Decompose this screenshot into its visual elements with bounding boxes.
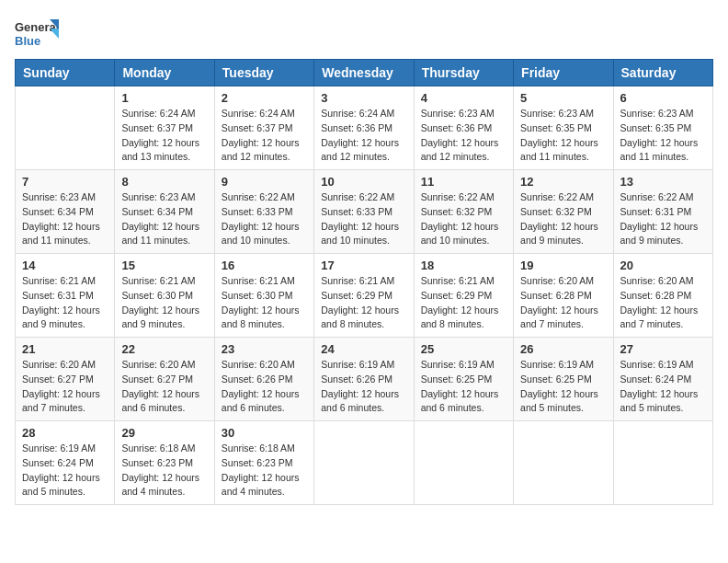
- calendar-week-3: 14Sunrise: 6:21 AM Sunset: 6:31 PM Dayli…: [16, 254, 713, 338]
- day-number: 20: [620, 259, 706, 272]
- day-info: Sunrise: 6:21 AM Sunset: 6:30 PM Dayligh…: [222, 274, 307, 332]
- calendar-week-2: 7Sunrise: 6:23 AM Sunset: 6:34 PM Daylig…: [16, 170, 713, 254]
- header-friday: Friday: [514, 60, 613, 86]
- day-info: Sunrise: 6:20 AM Sunset: 6:27 PM Dayligh…: [121, 358, 207, 416]
- calendar-cell: 15Sunrise: 6:21 AM Sunset: 6:30 PM Dayli…: [115, 254, 214, 338]
- header-sunday: Sunday: [16, 60, 115, 86]
- day-info: Sunrise: 6:19 AM Sunset: 6:25 PM Dayligh…: [520, 358, 606, 416]
- day-number: 14: [22, 259, 108, 272]
- day-number: 24: [321, 342, 406, 356]
- day-number: 18: [421, 259, 506, 272]
- day-info: Sunrise: 6:23 AM Sunset: 6:35 PM Dayligh…: [520, 107, 606, 165]
- day-number: 1: [121, 91, 207, 105]
- day-number: 30: [222, 426, 307, 440]
- calendar-cell: [314, 421, 414, 505]
- day-number: 17: [321, 259, 406, 272]
- calendar-cell: 3Sunrise: 6:24 AM Sunset: 6:36 PM Daylig…: [314, 86, 414, 170]
- day-number: 28: [22, 426, 108, 440]
- header-tuesday: Tuesday: [214, 60, 313, 86]
- day-number: 21: [22, 342, 108, 356]
- svg-text:Blue: Blue: [15, 34, 40, 48]
- day-info: Sunrise: 6:23 AM Sunset: 6:36 PM Dayligh…: [421, 107, 506, 165]
- calendar-cell: 19Sunrise: 6:20 AM Sunset: 6:28 PM Dayli…: [514, 254, 613, 338]
- day-info: Sunrise: 6:22 AM Sunset: 6:32 PM Dayligh…: [421, 190, 506, 248]
- calendar-table: SundayMondayTuesdayWednesdayThursdayFrid…: [15, 59, 713, 505]
- day-info: Sunrise: 6:20 AM Sunset: 6:28 PM Dayligh…: [520, 274, 606, 332]
- calendar-week-5: 28Sunrise: 6:19 AM Sunset: 6:24 PM Dayli…: [16, 421, 713, 505]
- calendar-cell: 5Sunrise: 6:23 AM Sunset: 6:35 PM Daylig…: [514, 86, 613, 170]
- day-info: Sunrise: 6:22 AM Sunset: 6:33 PM Dayligh…: [222, 190, 307, 248]
- calendar-cell: 13Sunrise: 6:22 AM Sunset: 6:31 PM Dayli…: [613, 170, 712, 254]
- calendar-cell: 28Sunrise: 6:19 AM Sunset: 6:24 PM Dayli…: [16, 421, 115, 505]
- calendar-week-4: 21Sunrise: 6:20 AM Sunset: 6:27 PM Dayli…: [16, 338, 713, 421]
- day-info: Sunrise: 6:20 AM Sunset: 6:27 PM Dayligh…: [22, 358, 108, 416]
- calendar-cell: 24Sunrise: 6:19 AM Sunset: 6:26 PM Dayli…: [314, 338, 414, 421]
- day-number: 26: [520, 342, 606, 356]
- calendar-cell: 29Sunrise: 6:18 AM Sunset: 6:23 PM Dayli…: [115, 421, 214, 505]
- day-number: 27: [620, 342, 706, 356]
- calendar-cell: 10Sunrise: 6:22 AM Sunset: 6:33 PM Dayli…: [314, 170, 414, 254]
- calendar-cell: 1Sunrise: 6:24 AM Sunset: 6:37 PM Daylig…: [115, 86, 214, 170]
- day-number: 11: [421, 175, 506, 189]
- logo: GeneralBlue: [15, 15, 61, 52]
- day-number: 5: [520, 91, 606, 105]
- calendar-cell: 20Sunrise: 6:20 AM Sunset: 6:28 PM Dayli…: [613, 254, 712, 338]
- day-number: 19: [520, 259, 606, 272]
- day-info: Sunrise: 6:22 AM Sunset: 6:33 PM Dayligh…: [321, 190, 406, 248]
- day-info: Sunrise: 6:20 AM Sunset: 6:26 PM Dayligh…: [222, 358, 307, 416]
- day-number: 7: [22, 175, 108, 189]
- day-number: 6: [620, 91, 706, 105]
- calendar-cell: 4Sunrise: 6:23 AM Sunset: 6:36 PM Daylig…: [414, 86, 513, 170]
- day-info: Sunrise: 6:21 AM Sunset: 6:29 PM Dayligh…: [421, 274, 506, 332]
- day-info: Sunrise: 6:18 AM Sunset: 6:23 PM Dayligh…: [121, 442, 207, 500]
- calendar-cell: [16, 86, 115, 170]
- day-number: 25: [421, 342, 506, 356]
- day-number: 4: [421, 91, 506, 105]
- day-number: 2: [222, 91, 307, 105]
- header-thursday: Thursday: [414, 60, 513, 86]
- day-number: 15: [121, 259, 207, 272]
- calendar-cell: 9Sunrise: 6:22 AM Sunset: 6:33 PM Daylig…: [214, 170, 313, 254]
- calendar-header-row: SundayMondayTuesdayWednesdayThursdayFrid…: [16, 60, 713, 86]
- day-number: 12: [520, 175, 606, 189]
- calendar-cell: [514, 421, 613, 505]
- day-info: Sunrise: 6:18 AM Sunset: 6:23 PM Dayligh…: [222, 442, 307, 500]
- day-info: Sunrise: 6:19 AM Sunset: 6:24 PM Dayligh…: [620, 358, 706, 416]
- calendar-cell: 6Sunrise: 6:23 AM Sunset: 6:35 PM Daylig…: [613, 86, 712, 170]
- day-info: Sunrise: 6:19 AM Sunset: 6:25 PM Dayligh…: [421, 358, 506, 416]
- calendar-cell: 11Sunrise: 6:22 AM Sunset: 6:32 PM Dayli…: [414, 170, 513, 254]
- day-number: 13: [620, 175, 706, 189]
- calendar-cell: 14Sunrise: 6:21 AM Sunset: 6:31 PM Dayli…: [16, 254, 115, 338]
- calendar-cell: 12Sunrise: 6:22 AM Sunset: 6:32 PM Dayli…: [514, 170, 613, 254]
- calendar-cell: 16Sunrise: 6:21 AM Sunset: 6:30 PM Dayli…: [214, 254, 313, 338]
- day-info: Sunrise: 6:24 AM Sunset: 6:36 PM Dayligh…: [321, 107, 406, 165]
- day-info: Sunrise: 6:19 AM Sunset: 6:26 PM Dayligh…: [321, 358, 406, 416]
- calendar-cell: 8Sunrise: 6:23 AM Sunset: 6:34 PM Daylig…: [115, 170, 214, 254]
- day-number: 16: [222, 259, 307, 272]
- day-info: Sunrise: 6:21 AM Sunset: 6:29 PM Dayligh…: [321, 274, 406, 332]
- calendar-cell: [414, 421, 513, 505]
- day-info: Sunrise: 6:21 AM Sunset: 6:30 PM Dayligh…: [121, 274, 207, 332]
- day-info: Sunrise: 6:22 AM Sunset: 6:31 PM Dayligh…: [620, 190, 706, 248]
- calendar-cell: 30Sunrise: 6:18 AM Sunset: 6:23 PM Dayli…: [214, 421, 313, 505]
- calendar-cell: [613, 421, 712, 505]
- day-info: Sunrise: 6:24 AM Sunset: 6:37 PM Dayligh…: [121, 107, 207, 165]
- page-header: GeneralBlue: [15, 15, 713, 52]
- header-saturday: Saturday: [613, 60, 712, 86]
- day-number: 22: [121, 342, 207, 356]
- day-number: 23: [222, 342, 307, 356]
- day-info: Sunrise: 6:23 AM Sunset: 6:35 PM Dayligh…: [620, 107, 706, 165]
- day-number: 10: [321, 175, 406, 189]
- day-info: Sunrise: 6:24 AM Sunset: 6:37 PM Dayligh…: [222, 107, 307, 165]
- header-wednesday: Wednesday: [314, 60, 414, 86]
- calendar-cell: 2Sunrise: 6:24 AM Sunset: 6:37 PM Daylig…: [214, 86, 313, 170]
- calendar-cell: 25Sunrise: 6:19 AM Sunset: 6:25 PM Dayli…: [414, 338, 513, 421]
- day-info: Sunrise: 6:20 AM Sunset: 6:28 PM Dayligh…: [620, 274, 706, 332]
- day-number: 3: [321, 91, 406, 105]
- calendar-cell: 18Sunrise: 6:21 AM Sunset: 6:29 PM Dayli…: [414, 254, 513, 338]
- logo-icon: GeneralBlue: [15, 15, 61, 52]
- day-info: Sunrise: 6:22 AM Sunset: 6:32 PM Dayligh…: [520, 190, 606, 248]
- calendar-cell: 7Sunrise: 6:23 AM Sunset: 6:34 PM Daylig…: [16, 170, 115, 254]
- day-number: 29: [121, 426, 207, 440]
- day-number: 8: [121, 175, 207, 189]
